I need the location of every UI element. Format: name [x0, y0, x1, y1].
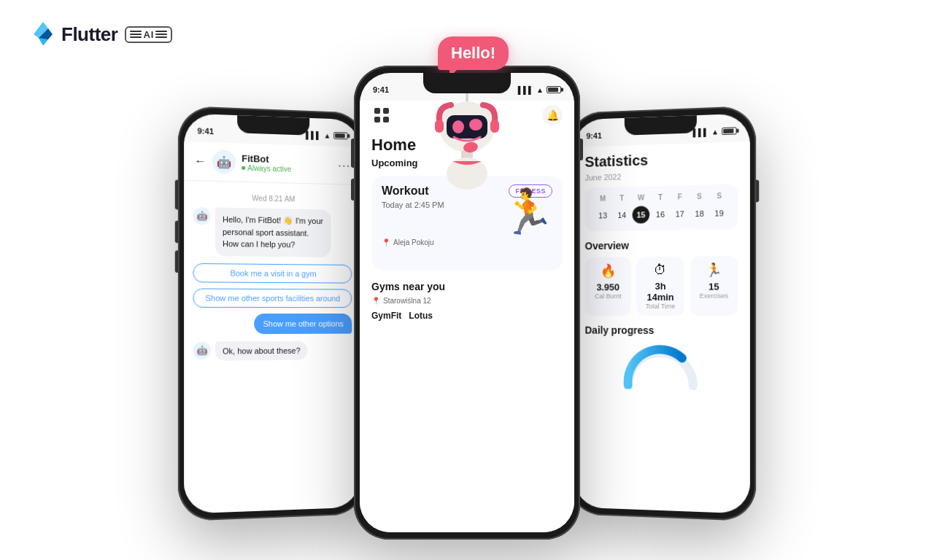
gym1-name: GymFit — [371, 311, 401, 321]
gyms-address: 📍 Starowiślna 12 — [371, 297, 563, 305]
battery-icon — [333, 132, 347, 140]
svg-point-9 — [469, 119, 482, 131]
cal-day-16[interactable]: 16 — [652, 206, 669, 223]
cal-label-t2: T — [652, 193, 669, 202]
gym-visit-option[interactable]: Book me a visit in a gym — [193, 262, 352, 283]
cal-label-s1: S — [690, 192, 708, 201]
brand-name: Flutter — [61, 23, 117, 46]
status-time-center: 9:41 — [373, 85, 389, 94]
power-center[interactable] — [580, 139, 583, 160]
chat-header-info: FitBot Always active — [242, 153, 332, 175]
bot-message-text: Hello, I'm FitBot! 👋 I'm your personal s… — [215, 207, 331, 257]
chip-decoration — [130, 31, 142, 38]
stats-month: June 2022 — [585, 169, 738, 182]
calories-label: Cal Burnt — [590, 292, 625, 300]
stats-screen: Statistics June 2022 M T W T F S S 13 14 — [574, 141, 750, 514]
overview-card-calories: 🔥 3.950 Cal Burnt — [585, 257, 631, 316]
chat-body: Wed 8:21 AM 🤖 Hello, I'm FitBot! 👋 I'm y… — [184, 181, 360, 367]
robot-svg — [409, 77, 525, 194]
status-indicator — [242, 166, 245, 170]
bot-reply-bubble: 🤖 Ok, how about these? — [193, 341, 352, 361]
location-pin-icon: 📍 — [382, 238, 390, 246]
user-message-text: Show me other options — [255, 313, 352, 333]
chat-screen: ← 🤖 FitBot Always active ··· Wed 8:21 AM — [184, 141, 360, 514]
svg-point-8 — [452, 120, 464, 133]
notification-bell[interactable]: 🔔 — [542, 105, 563, 125]
battery-icon-right — [722, 127, 736, 135]
wifi-icon-right: ▲ — [711, 128, 719, 136]
notch-right — [625, 115, 697, 136]
signal-icon: ▌▌▌ — [306, 131, 321, 139]
cal-day-15[interactable]: 15 — [633, 206, 650, 223]
time-value: 3h 14min — [643, 281, 679, 303]
daily-progress-title: Daily progress — [585, 324, 738, 337]
gyms-title: Gyms near you — [371, 281, 563, 292]
phone-right-screen: 9:41 ▌▌▌ ▲ Statistics June 2022 M T — [574, 113, 750, 513]
silent-button[interactable] — [175, 250, 178, 273]
phone-center: Hello! — [354, 66, 580, 540]
back-button[interactable]: ← — [194, 155, 206, 168]
calories-value: 3.950 — [590, 281, 625, 292]
ai-badge: AI — [125, 26, 172, 43]
gyms-pin-icon: 📍 — [371, 297, 380, 305]
calories-icon: 🔥 — [590, 262, 625, 279]
status-icons-left: ▌▌▌ ▲ — [306, 131, 347, 140]
cal-label-w: W — [633, 193, 650, 201]
volume-down-center[interactable] — [351, 179, 354, 201]
stats-title: Statistics — [585, 149, 738, 171]
exercises-icon: 🏃 — [696, 262, 733, 279]
overview-cards: 🔥 3.950 Cal Burnt ⏱ 3h 14min Total Time … — [585, 256, 738, 316]
time-label: Total Time — [643, 303, 679, 310]
cal-label-s2: S — [710, 192, 727, 201]
volume-down-button[interactable] — [175, 221, 178, 244]
power-right[interactable] — [756, 180, 759, 203]
hello-bubble: Hello! — [438, 36, 509, 70]
time-icon: ⏱ — [643, 262, 679, 278]
cal-day-17[interactable]: 17 — [671, 205, 689, 223]
workout-figure: 🏃 — [501, 190, 555, 234]
gym2-name: Lotus — [409, 311, 433, 321]
facilities-option[interactable]: Show me other sports facilities around — [193, 288, 352, 308]
volume-up-button[interactable] — [175, 180, 178, 210]
notch-center — [423, 73, 511, 93]
phone-left-screen: 9:41 ▌▌▌ ▲ ← 🤖 FitBot — [184, 113, 360, 513]
battery-icon-center — [547, 86, 561, 93]
cal-day-19[interactable]: 19 — [710, 204, 727, 222]
chip-decoration-right — [155, 31, 167, 38]
cal-day-13[interactable]: 13 — [594, 206, 611, 224]
status-time-right: 9:41 — [586, 131, 601, 141]
status-icons-right: ▌▌▌ ▲ — [693, 127, 737, 136]
chat-header: ← 🤖 FitBot Always active ··· — [184, 141, 360, 185]
calendar-row: 13 14 15 16 17 18 19 — [593, 204, 729, 225]
signal-icon-right: ▌▌▌ — [693, 128, 709, 136]
volume-up-center[interactable] — [351, 139, 354, 168]
phones-container: 9:41 ▌▌▌ ▲ ← 🤖 FitBot — [0, 66, 934, 560]
cal-day-18[interactable]: 18 — [690, 205, 708, 223]
overview-title: Overview — [585, 238, 738, 252]
chat-date: Wed 8:21 AM — [193, 192, 352, 204]
flutter-icon — [29, 20, 57, 48]
exercises-label: Exercises — [696, 292, 733, 300]
grid-nav-icon[interactable] — [371, 105, 392, 125]
robot-body — [409, 77, 525, 197]
cal-day-14[interactable]: 14 — [613, 206, 630, 224]
overview-card-exercises: 🏃 15 Exercises — [690, 256, 738, 316]
ai-label: AI — [143, 29, 154, 40]
progress-arc-svg — [617, 342, 704, 390]
wifi-icon: ▲ — [324, 131, 331, 139]
notch-left — [237, 115, 309, 136]
flutter-logo: Flutter — [29, 20, 117, 48]
overview-card-time: ⏱ 3h 14min Total Time — [637, 257, 684, 316]
user-message-bubble: Show me other options — [193, 313, 352, 333]
svg-rect-6 — [490, 120, 499, 133]
calendar: M T W T F S S 13 14 15 16 17 18 — [585, 184, 738, 231]
phone-right: 9:41 ▌▌▌ ▲ Statistics June 2022 M T — [568, 106, 757, 521]
cal-label-m: M — [594, 195, 611, 203]
bot-message-bubble: 🤖 Hello, I'm FitBot! 👋 I'm your personal… — [193, 207, 352, 257]
contact-status: Always active — [242, 164, 332, 174]
more-options-button[interactable]: ··· — [338, 158, 350, 173]
exercises-value: 15 — [696, 281, 733, 292]
cal-label-t1: T — [613, 194, 630, 202]
logo-area: Flutter AI — [29, 20, 172, 48]
status-time-left: 9:41 — [197, 126, 213, 136]
